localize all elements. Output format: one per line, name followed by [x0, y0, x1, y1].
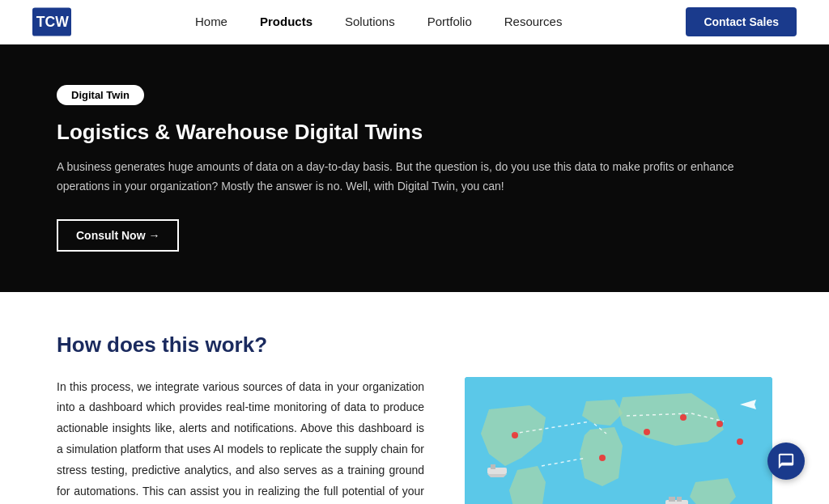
hero-badge: Digital Twin — [57, 85, 144, 105]
logo-icon: TCW — [32, 7, 71, 36]
contact-sales-button[interactable]: Contact Sales — [686, 7, 797, 36]
svg-point-20 — [737, 438, 743, 445]
navbar: TCW Home Products Solutions Portfolio Re… — [0, 0, 829, 44]
nav-item-resources[interactable]: Resources — [504, 15, 563, 29]
nav-item-products[interactable]: Products — [260, 15, 312, 29]
hero-section: Digital Twin Logistics & Warehouse Digit… — [0, 44, 829, 292]
svg-point-16 — [599, 455, 606, 461]
svg-rect-9 — [491, 464, 495, 469]
svg-rect-12 — [669, 497, 675, 502]
world-map-image — [465, 377, 772, 504]
nav-item-home[interactable]: Home — [195, 15, 227, 29]
svg-point-15 — [512, 432, 518, 438]
how-title: How does this work? — [57, 332, 772, 358]
svg-point-18 — [680, 414, 687, 421]
svg-marker-10 — [487, 474, 507, 477]
svg-point-17 — [644, 429, 650, 435]
hero-description: A business generates huge amounts of dat… — [57, 158, 753, 197]
svg-rect-8 — [487, 468, 507, 474]
nav-links: Home Products Solutions Portfolio Resour… — [195, 15, 562, 29]
how-content: In this process, we integrate various so… — [57, 377, 772, 504]
svg-point-19 — [716, 421, 723, 427]
how-body: In this process, we integrate various so… — [57, 377, 424, 504]
chat-button[interactable] — [767, 443, 805, 480]
nav-item-portfolio[interactable]: Portfolio — [427, 15, 472, 29]
nav-item-solutions[interactable]: Solutions — [345, 15, 395, 29]
how-section: How does this work? In this process, we … — [0, 292, 829, 504]
svg-rect-13 — [677, 497, 682, 502]
consult-now-button[interactable]: Consult Now → — [57, 219, 179, 252]
svg-text:TCW: TCW — [36, 14, 69, 30]
logo[interactable]: TCW — [32, 7, 71, 36]
hero-title: Logistics & Warehouse Digital Twins — [57, 120, 772, 145]
map-svg — [465, 377, 772, 504]
chat-icon — [777, 452, 795, 470]
